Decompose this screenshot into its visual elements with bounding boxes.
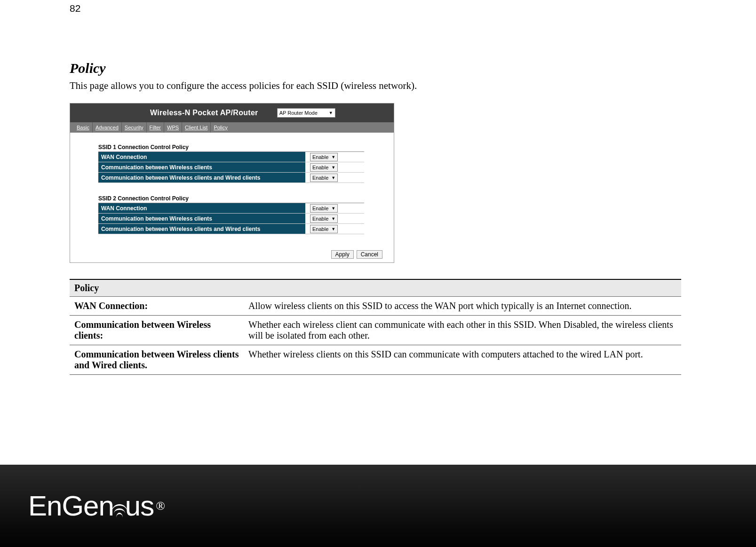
ssid1-caption: SSID 1 Connection Control Policy xyxy=(98,144,382,151)
table-row: Communication between Wireless clients E… xyxy=(98,162,364,173)
brand-logo: EnGen us ® xyxy=(28,490,165,522)
desc-table-header: Policy xyxy=(70,279,681,297)
select-value: Enable xyxy=(312,216,328,222)
tab-wps[interactable]: WPS xyxy=(164,122,182,133)
desc-term: Communication between Wireless clients: xyxy=(70,316,244,345)
ssid1-policy-block: SSID 1 Connection Control Policy WAN Con… xyxy=(98,144,382,183)
tab-filter[interactable]: Filter xyxy=(147,122,164,133)
table-row: WAN Connection Enable ▼ xyxy=(98,203,364,214)
mode-select[interactable]: AP Router Mode ▼ xyxy=(277,108,335,118)
cancel-button[interactable]: Cancel xyxy=(357,250,382,259)
ssid2-wan-label: WAN Connection xyxy=(98,203,305,214)
router-header: Wireless-N Pocket AP/Router AP Router Mo… xyxy=(70,103,394,122)
tab-policy[interactable]: Policy xyxy=(211,122,230,133)
chevron-down-icon: ▼ xyxy=(331,216,335,221)
router-body: SSID 1 Connection Control Policy WAN Con… xyxy=(70,133,394,250)
ssid1-wan-label: WAN Connection xyxy=(98,152,305,162)
policy-description-table: Policy WAN Connection: Allow wireless cl… xyxy=(70,279,681,375)
chevron-down-icon: ▼ xyxy=(331,165,335,170)
ssid2-wlwd-label: Communication between Wireless clients a… xyxy=(98,224,305,234)
page-number: 82 xyxy=(70,3,80,14)
ssid2-caption: SSID 2 Connection Control Policy xyxy=(98,195,382,202)
router-actions: Apply Cancel xyxy=(70,250,394,262)
page-footer: EnGen us ® xyxy=(0,465,756,547)
brand-text-part2: us xyxy=(125,490,154,522)
section-title: Policy xyxy=(70,60,681,76)
table-row: WAN Connection Enable ▼ xyxy=(98,152,364,162)
table-row: Communication between Wireless clients: … xyxy=(70,316,681,345)
router-title: Wireless-N Pocket AP/Router xyxy=(150,109,258,117)
ssid2-policy-table: WAN Connection Enable ▼ Communication be… xyxy=(98,203,364,234)
tab-security[interactable]: Security xyxy=(122,122,147,133)
desc-text: Whether each wireless client can communi… xyxy=(244,316,681,345)
tab-basic[interactable]: Basic xyxy=(74,122,93,133)
ssid1-wlcomm-select[interactable]: Enable ▼ xyxy=(310,163,338,172)
select-value: Enable xyxy=(312,226,328,232)
desc-term: WAN Connection: xyxy=(70,297,244,316)
chevron-down-icon: ▼ xyxy=(331,155,335,159)
ssid2-wan-select[interactable]: Enable ▼ xyxy=(310,204,338,213)
brand-text-part1: EnGen xyxy=(28,490,114,522)
ssid1-wlwd-label: Communication between Wireless clients a… xyxy=(98,173,305,183)
table-row: Communication between Wireless clients a… xyxy=(70,345,681,375)
registered-icon: ® xyxy=(156,499,165,513)
section-description: This page allows you to configure the ac… xyxy=(70,80,681,92)
desc-term: Communication between Wireless clients a… xyxy=(70,345,244,375)
ssid2-policy-block: SSID 2 Connection Control Policy WAN Con… xyxy=(98,195,382,234)
ssid1-wlcomm-label: Communication between Wireless clients xyxy=(98,162,305,173)
table-row: Communication between Wireless clients E… xyxy=(98,214,364,224)
desc-text: Whether wireless clients on this SSID ca… xyxy=(244,345,681,375)
tab-advanced[interactable]: Advanced xyxy=(93,122,122,133)
ssid2-wlcomm-label: Communication between Wireless clients xyxy=(98,214,305,224)
select-value: Enable xyxy=(312,175,328,181)
ssid1-policy-table: WAN Connection Enable ▼ Communication be… xyxy=(98,151,364,183)
select-value: Enable xyxy=(312,206,328,211)
chevron-down-icon: ▼ xyxy=(331,175,335,180)
mode-select-value: AP Router Mode xyxy=(279,110,318,116)
ssid2-wlwd-select[interactable]: Enable ▼ xyxy=(310,225,338,233)
table-row: WAN Connection: Allow wireless clients o… xyxy=(70,297,681,316)
chevron-down-icon: ▼ xyxy=(329,111,333,115)
chevron-down-icon: ▼ xyxy=(331,206,335,211)
table-row: Communication between Wireless clients a… xyxy=(98,173,364,183)
signal-icon xyxy=(111,504,128,524)
page-content: Policy This page allows you to configure… xyxy=(70,60,681,375)
desc-text: Allow wireless clients on this SSID to a… xyxy=(244,297,681,316)
router-tabs: Basic Advanced Security Filter WPS Clien… xyxy=(70,122,394,133)
chevron-down-icon: ▼ xyxy=(331,227,335,231)
ssid1-wan-select[interactable]: Enable ▼ xyxy=(310,153,338,161)
apply-button[interactable]: Apply xyxy=(331,250,354,259)
ssid1-wlwd-select[interactable]: Enable ▼ xyxy=(310,174,338,182)
select-value: Enable xyxy=(312,165,328,170)
table-row: Communication between Wireless clients a… xyxy=(98,224,364,234)
tab-client-list[interactable]: Client List xyxy=(182,122,211,133)
ssid2-wlcomm-select[interactable]: Enable ▼ xyxy=(310,214,338,223)
router-screenshot: Wireless-N Pocket AP/Router AP Router Mo… xyxy=(70,103,394,263)
select-value: Enable xyxy=(312,154,328,160)
